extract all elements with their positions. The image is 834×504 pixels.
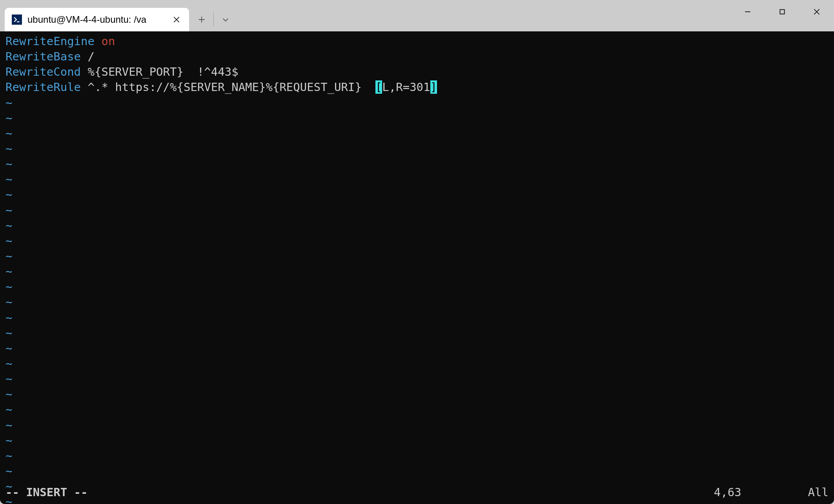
code-token: on <box>101 35 115 48</box>
directive-keyword: RewriteEngine <box>5 35 95 48</box>
empty-line-marker: ~ <box>5 402 829 417</box>
tilde-char: ~ <box>5 157 12 171</box>
tilde-char: ~ <box>5 219 12 232</box>
close-window-button[interactable] <box>799 0 834 24</box>
cursor-position: 4,63 <box>714 485 741 500</box>
tilde-char: ~ <box>5 173 12 186</box>
tab-dropdown-button[interactable] <box>215 9 237 31</box>
tilde-char: ~ <box>5 311 12 324</box>
tilde-char: ~ <box>5 357 12 370</box>
tilde-char: ~ <box>5 295 12 309</box>
tilde-char: ~ <box>5 403 12 416</box>
code-token: ^.* https://%{SERVER_NAME}%{REQUEST_URI} <box>81 80 375 94</box>
empty-line-marker: ~ <box>5 371 829 387</box>
code-token: [ <box>375 80 382 94</box>
empty-line-marker: ~ <box>5 249 829 264</box>
tilde-char: ~ <box>5 388 12 401</box>
window-controls <box>730 0 834 24</box>
empty-line-marker: ~ <box>5 433 829 448</box>
tilde-char: ~ <box>5 96 12 109</box>
code-token: / <box>81 50 95 63</box>
empty-line-marker: ~ <box>5 448 829 464</box>
scroll-indicator: All <box>808 485 829 500</box>
directive-keyword: RewriteBase <box>5 50 81 63</box>
tilde-char: ~ <box>5 249 12 263</box>
vim-status-line: -- INSERT -- 4,63 All <box>5 485 829 500</box>
empty-line-marker: ~ <box>5 264 829 279</box>
empty-lines-container: ~~~~~~~~~~~~~~~~~~~~~~~~~~~ <box>5 95 829 504</box>
terminal-content[interactable]: RewriteEngine onRewriteBase /RewriteCond… <box>0 31 834 504</box>
tilde-char: ~ <box>5 372 12 386</box>
tilde-char: ~ <box>5 418 12 432</box>
tilde-char: ~ <box>5 204 12 217</box>
empty-line-marker: ~ <box>5 172 829 187</box>
terminal-window: ubuntu@VM-4-4-ubuntu: /va <box>0 0 834 504</box>
code-line-2: RewriteBase / <box>5 49 829 64</box>
empty-line-marker: ~ <box>5 310 829 326</box>
empty-line-marker: ~ <box>5 279 829 295</box>
tilde-char: ~ <box>5 111 12 125</box>
tilde-char: ~ <box>5 234 12 247</box>
code-line-4: RewriteRule ^.* https://%{SERVER_NAME}%{… <box>5 80 829 95</box>
tab-title: ubuntu@VM-4-4-ubuntu: /va <box>27 14 146 25</box>
empty-line-marker: ~ <box>5 341 829 356</box>
empty-line-marker: ~ <box>5 464 829 479</box>
tilde-char: ~ <box>5 342 12 355</box>
code-token: L,R=301 <box>382 80 430 94</box>
empty-line-marker: ~ <box>5 418 829 433</box>
code-line-3: RewriteCond %{SERVER_PORT} !^443$ <box>5 64 829 80</box>
directive-keyword: RewriteRule <box>5 80 81 94</box>
svg-rect-0 <box>780 9 784 14</box>
empty-line-marker: ~ <box>5 156 829 172</box>
directive-keyword: RewriteCond <box>5 65 81 78</box>
empty-line-marker: ~ <box>5 218 829 233</box>
code-line-1: RewriteEngine on <box>5 34 829 49</box>
empty-line-marker: ~ <box>5 111 829 126</box>
new-tab-button[interactable] <box>191 9 213 31</box>
tilde-char: ~ <box>5 265 12 278</box>
titlebar-actions <box>191 8 237 31</box>
tilde-char: ~ <box>5 127 12 140</box>
empty-line-marker: ~ <box>5 295 829 310</box>
vim-mode-indicator: -- INSERT -- <box>5 485 88 500</box>
minimize-button[interactable] <box>730 0 765 24</box>
empty-line-marker: ~ <box>5 126 829 141</box>
code-token <box>95 35 101 48</box>
empty-line-marker: ~ <box>5 326 829 341</box>
maximize-button[interactable] <box>765 0 799 24</box>
tilde-char: ~ <box>5 280 12 293</box>
empty-line-marker: ~ <box>5 203 829 218</box>
tilde-char: ~ <box>5 449 12 462</box>
empty-line-marker: ~ <box>5 356 829 371</box>
tilde-char: ~ <box>5 326 12 340</box>
tilde-char: ~ <box>5 188 12 201</box>
empty-line-marker: ~ <box>5 187 829 202</box>
tilde-char: ~ <box>5 142 12 155</box>
empty-line-marker: ~ <box>5 141 829 156</box>
powershell-icon <box>12 15 22 25</box>
divider <box>213 13 214 27</box>
status-right: 4,63 All <box>714 485 829 500</box>
tilde-char: ~ <box>5 434 12 447</box>
tilde-char: ~ <box>5 464 12 478</box>
code-token: %{SERVER_PORT} !^443$ <box>81 65 239 78</box>
code-token: ] <box>430 80 437 94</box>
empty-line-marker: ~ <box>5 95 829 111</box>
empty-line-marker: ~ <box>5 233 829 249</box>
editor-lines-container: RewriteEngine onRewriteBase /RewriteCond… <box>5 34 829 95</box>
empty-line-marker: ~ <box>5 387 829 402</box>
titlebar: ubuntu@VM-4-4-ubuntu: /va <box>0 0 834 31</box>
active-tab[interactable]: ubuntu@VM-4-4-ubuntu: /va <box>5 8 189 31</box>
tab-close-button[interactable] <box>171 14 182 25</box>
